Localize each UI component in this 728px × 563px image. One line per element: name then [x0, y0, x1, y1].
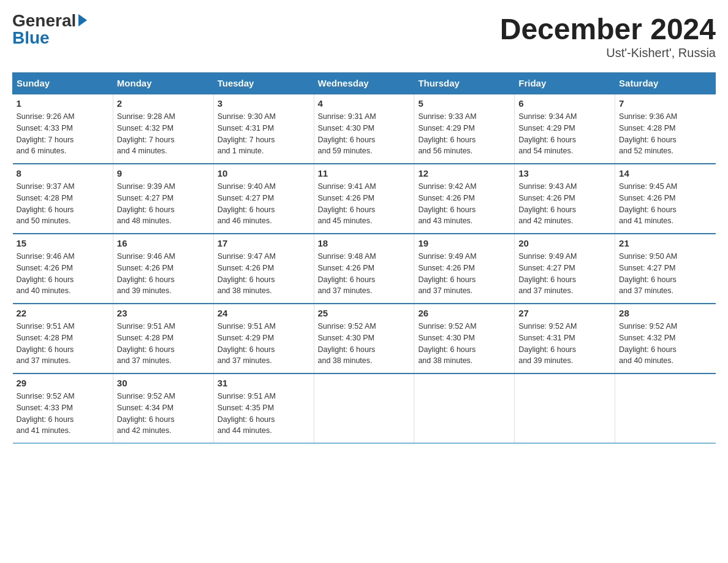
day-info: Sunrise: 9:41 AM Sunset: 4:26 PM Dayligh…	[318, 181, 411, 227]
day-of-week-saturday: Saturday	[615, 73, 716, 94]
day-info: Sunrise: 9:49 AM Sunset: 4:26 PM Dayligh…	[418, 251, 510, 297]
day-info: Sunrise: 9:51 AM Sunset: 4:29 PM Dayligh…	[218, 321, 310, 367]
calendar-cell	[414, 373, 515, 443]
day-number: 20	[518, 238, 611, 248]
calendar-cell	[615, 373, 716, 443]
day-of-week-friday: Friday	[515, 73, 615, 94]
calendar-cell: 17Sunrise: 9:47 AM Sunset: 4:26 PM Dayli…	[213, 234, 314, 304]
calendar-cell: 16Sunrise: 9:46 AM Sunset: 4:26 PM Dayli…	[113, 234, 213, 304]
day-number: 29	[17, 378, 109, 388]
day-info: Sunrise: 9:42 AM Sunset: 4:26 PM Dayligh…	[418, 181, 510, 227]
day-number: 2	[117, 98, 210, 109]
logo-triangle-icon	[78, 14, 87, 26]
day-info: Sunrise: 9:47 AM Sunset: 4:26 PM Dayligh…	[218, 251, 310, 297]
day-of-week-monday: Monday	[113, 73, 213, 94]
day-info: Sunrise: 9:52 AM Sunset: 4:30 PM Dayligh…	[318, 321, 411, 367]
calendar-table: SundayMondayTuesdayWednesdayThursdayFrid…	[12, 72, 716, 443]
day-info: Sunrise: 9:49 AM Sunset: 4:27 PM Dayligh…	[518, 251, 611, 297]
day-number: 26	[418, 308, 510, 318]
day-number: 8	[17, 168, 109, 178]
calendar-cell: 12Sunrise: 9:42 AM Sunset: 4:26 PM Dayli…	[414, 164, 515, 234]
day-number: 11	[318, 168, 411, 178]
calendar-header: SundayMondayTuesdayWednesdayThursdayFrid…	[13, 73, 716, 94]
location-text: Ust'-Kishert', Russia	[500, 46, 716, 60]
day-number: 30	[117, 378, 210, 388]
calendar-cell: 7Sunrise: 9:36 AM Sunset: 4:28 PM Daylig…	[615, 94, 716, 164]
calendar-cell: 6Sunrise: 9:34 AM Sunset: 4:29 PM Daylig…	[515, 94, 615, 164]
day-info: Sunrise: 9:46 AM Sunset: 4:26 PM Dayligh…	[17, 251, 109, 297]
day-number: 7	[619, 98, 711, 109]
day-of-week-thursday: Thursday	[414, 73, 515, 94]
day-number: 4	[318, 98, 411, 109]
day-number: 5	[418, 98, 510, 109]
calendar-cell: 31Sunrise: 9:51 AM Sunset: 4:35 PM Dayli…	[213, 373, 314, 443]
day-info: Sunrise: 9:30 AM Sunset: 4:31 PM Dayligh…	[218, 111, 310, 157]
day-number: 13	[518, 168, 611, 178]
calendar-cell: 5Sunrise: 9:33 AM Sunset: 4:29 PM Daylig…	[414, 94, 515, 164]
day-number: 15	[17, 238, 109, 248]
day-info: Sunrise: 9:33 AM Sunset: 4:29 PM Dayligh…	[418, 111, 510, 157]
day-of-week-sunday: Sunday	[13, 73, 113, 94]
day-info: Sunrise: 9:51 AM Sunset: 4:35 PM Dayligh…	[218, 391, 310, 437]
calendar-cell: 23Sunrise: 9:51 AM Sunset: 4:28 PM Dayli…	[113, 304, 213, 373]
week-row-4: 22Sunrise: 9:51 AM Sunset: 4:28 PM Dayli…	[13, 304, 716, 373]
day-number: 6	[518, 98, 611, 109]
day-number: 19	[418, 238, 510, 248]
calendar-cell: 30Sunrise: 9:52 AM Sunset: 4:34 PM Dayli…	[113, 373, 213, 443]
calendar-cell: 1Sunrise: 9:26 AM Sunset: 4:33 PM Daylig…	[13, 94, 113, 164]
week-row-2: 8Sunrise: 9:37 AM Sunset: 4:28 PM Daylig…	[13, 164, 716, 234]
day-number: 28	[619, 308, 711, 318]
day-info: Sunrise: 9:45 AM Sunset: 4:26 PM Dayligh…	[619, 181, 711, 227]
day-number: 10	[218, 168, 310, 178]
week-row-1: 1Sunrise: 9:26 AM Sunset: 4:33 PM Daylig…	[13, 94, 716, 164]
calendar-cell: 18Sunrise: 9:48 AM Sunset: 4:26 PM Dayli…	[314, 234, 414, 304]
day-info: Sunrise: 9:52 AM Sunset: 4:30 PM Dayligh…	[418, 321, 510, 367]
day-number: 21	[619, 238, 711, 248]
day-info: Sunrise: 9:48 AM Sunset: 4:26 PM Dayligh…	[318, 251, 411, 297]
day-number: 23	[117, 308, 210, 318]
day-info: Sunrise: 9:31 AM Sunset: 4:30 PM Dayligh…	[318, 111, 411, 157]
day-number: 17	[218, 238, 310, 248]
day-number: 31	[218, 378, 310, 388]
day-info: Sunrise: 9:28 AM Sunset: 4:32 PM Dayligh…	[117, 111, 210, 157]
calendar-cell: 3Sunrise: 9:30 AM Sunset: 4:31 PM Daylig…	[213, 94, 314, 164]
day-number: 22	[17, 308, 109, 318]
day-number: 27	[518, 308, 611, 318]
calendar-cell: 28Sunrise: 9:52 AM Sunset: 4:32 PM Dayli…	[615, 304, 716, 373]
calendar-cell: 29Sunrise: 9:52 AM Sunset: 4:33 PM Dayli…	[13, 373, 113, 443]
day-info: Sunrise: 9:51 AM Sunset: 4:28 PM Dayligh…	[117, 321, 210, 367]
day-number: 9	[117, 168, 210, 178]
calendar-cell: 8Sunrise: 9:37 AM Sunset: 4:28 PM Daylig…	[13, 164, 113, 234]
title-area: December 2024 Ust'-Kishert', Russia	[500, 12, 716, 60]
day-info: Sunrise: 9:52 AM Sunset: 4:34 PM Dayligh…	[117, 391, 210, 437]
day-info: Sunrise: 9:46 AM Sunset: 4:26 PM Dayligh…	[117, 251, 210, 297]
day-info: Sunrise: 9:52 AM Sunset: 4:33 PM Dayligh…	[17, 391, 109, 437]
logo: General Blue	[12, 12, 87, 47]
day-info: Sunrise: 9:40 AM Sunset: 4:27 PM Dayligh…	[218, 181, 310, 227]
day-number: 25	[318, 308, 411, 318]
calendar-cell: 22Sunrise: 9:51 AM Sunset: 4:28 PM Dayli…	[13, 304, 113, 373]
day-info: Sunrise: 9:36 AM Sunset: 4:28 PM Dayligh…	[619, 111, 711, 157]
day-info: Sunrise: 9:34 AM Sunset: 4:29 PM Dayligh…	[518, 111, 611, 157]
calendar-cell: 10Sunrise: 9:40 AM Sunset: 4:27 PM Dayli…	[213, 164, 314, 234]
calendar-cell: 25Sunrise: 9:52 AM Sunset: 4:30 PM Dayli…	[314, 304, 414, 373]
calendar-cell: 13Sunrise: 9:43 AM Sunset: 4:26 PM Dayli…	[515, 164, 615, 234]
week-row-3: 15Sunrise: 9:46 AM Sunset: 4:26 PM Dayli…	[13, 234, 716, 304]
calendar-cell: 27Sunrise: 9:52 AM Sunset: 4:31 PM Dayli…	[515, 304, 615, 373]
day-info: Sunrise: 9:26 AM Sunset: 4:33 PM Dayligh…	[17, 111, 109, 157]
month-title: December 2024	[500, 12, 716, 46]
day-number: 18	[318, 238, 411, 248]
days-of-week-row: SundayMondayTuesdayWednesdayThursdayFrid…	[13, 73, 716, 94]
calendar-cell: 26Sunrise: 9:52 AM Sunset: 4:30 PM Dayli…	[414, 304, 515, 373]
calendar-cell: 15Sunrise: 9:46 AM Sunset: 4:26 PM Dayli…	[13, 234, 113, 304]
logo-general-text: General	[12, 12, 76, 29]
day-number: 14	[619, 168, 711, 178]
day-of-week-wednesday: Wednesday	[314, 73, 414, 94]
day-number: 16	[117, 238, 210, 248]
day-info: Sunrise: 9:39 AM Sunset: 4:27 PM Dayligh…	[117, 181, 210, 227]
calendar-cell: 9Sunrise: 9:39 AM Sunset: 4:27 PM Daylig…	[113, 164, 213, 234]
day-info: Sunrise: 9:50 AM Sunset: 4:27 PM Dayligh…	[619, 251, 711, 297]
calendar-cell: 24Sunrise: 9:51 AM Sunset: 4:29 PM Dayli…	[213, 304, 314, 373]
day-info: Sunrise: 9:43 AM Sunset: 4:26 PM Dayligh…	[518, 181, 611, 227]
calendar-cell: 11Sunrise: 9:41 AM Sunset: 4:26 PM Dayli…	[314, 164, 414, 234]
